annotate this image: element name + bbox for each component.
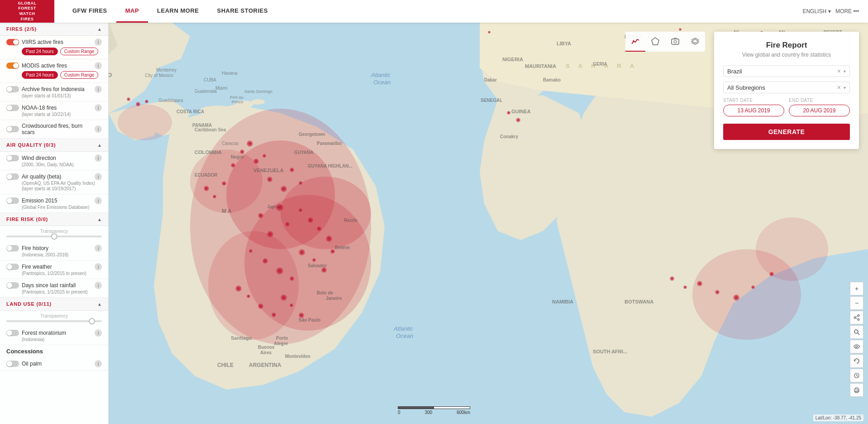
- wind-name: Wind direction: [22, 155, 92, 161]
- viirs-toggle[interactable]: [6, 39, 19, 45]
- days-rainfall-info-button[interactable]: i: [95, 282, 102, 289]
- wind-toggle[interactable]: [6, 155, 19, 161]
- svg-point-73: [858, 315, 859, 317]
- subregion-arrow-icon[interactable]: ▾: [844, 85, 846, 90]
- subregion-clear-button[interactable]: ×: [837, 84, 841, 91]
- tab-polygon[interactable]: [645, 32, 665, 52]
- refresh-button[interactable]: [850, 354, 863, 368]
- zoom-out-button[interactable]: −: [850, 296, 863, 310]
- search-map-button[interactable]: [850, 325, 863, 339]
- fire-history-info-button[interactable]: i: [95, 245, 102, 252]
- oil-palm-toggle[interactable]: [6, 361, 19, 367]
- modis-buttons: Past 24 hours Custom Range: [22, 71, 102, 79]
- days-rainfall-toggle[interactable]: [6, 282, 19, 289]
- air-quality-section-title: AIR QUALITY (0/3): [6, 142, 56, 148]
- svg-text:Alegre: Alegre: [274, 341, 288, 346]
- land-use-section-title: LAND USE (0/11): [6, 301, 52, 307]
- svg-text:Georgetown: Georgetown: [299, 132, 325, 137]
- modis-past24-button[interactable]: Past 24 hours: [22, 71, 58, 79]
- transparency-track[interactable]: [6, 236, 102, 237]
- fire-weather-layer: Fire weather i (Pantropics, 1/2/2015 to …: [0, 260, 108, 279]
- emission2015-toggle[interactable]: [6, 198, 19, 204]
- noaa18-info-button[interactable]: i: [95, 104, 102, 111]
- land-use-transparency-track[interactable]: [6, 320, 102, 322]
- archive-info-button[interactable]: i: [95, 86, 102, 93]
- generate-button[interactable]: GENERATE: [723, 124, 850, 140]
- emission2015-sublabel: (Global Fire Emissions Database): [22, 205, 102, 210]
- fire-weather-toggle[interactable]: [6, 264, 19, 270]
- svg-point-3: [251, 99, 265, 105]
- fire-weather-info-button[interactable]: i: [95, 263, 102, 270]
- nav-map[interactable]: MAP: [116, 0, 148, 23]
- print-button[interactable]: [850, 383, 863, 397]
- fire-history-toggle[interactable]: [6, 245, 19, 251]
- emission2015-name: Emission 2015: [22, 198, 92, 204]
- forest-moratorium-layer: Forest moratorium i (Indonesia): [0, 327, 108, 345]
- fire-history-name: Fire history: [22, 245, 92, 251]
- country-select[interactable]: Brazil × ▾: [723, 65, 850, 77]
- archive-toggle[interactable]: [6, 86, 19, 92]
- scale-label-300: 300: [424, 410, 432, 415]
- archive-fires-layer: Archive fires for Indonesia i (layer sta…: [0, 83, 108, 101]
- tab-chart[interactable]: [625, 32, 645, 52]
- lat-lon-display: Lat/Lon: -38.77, -41.25: [813, 414, 863, 421]
- country-arrow-icon[interactable]: ▾: [844, 69, 846, 74]
- viirs-name: VIIRS active fires: [22, 39, 92, 45]
- fires-section-header[interactable]: FIRES (2/5) ▲: [0, 23, 108, 36]
- share-button[interactable]: [850, 311, 863, 324]
- emission2015-layer: Emission 2015 i (Global Fire Emissions D…: [0, 194, 108, 213]
- more-menu[interactable]: MORE •••: [835, 8, 859, 14]
- noaa18-toggle[interactable]: [6, 105, 19, 111]
- forest-moratorium-info-button[interactable]: i: [95, 329, 102, 337]
- land-use-transparency-thumb[interactable]: [89, 318, 95, 324]
- country-clear-button[interactable]: ×: [837, 67, 841, 75]
- svg-point-78: [854, 330, 858, 333]
- wind-info-button[interactable]: i: [95, 154, 102, 162]
- tab-layers[interactable]: [665, 32, 685, 52]
- modis-info-button[interactable]: i: [95, 62, 102, 69]
- land-use-chevron-icon: ▲: [97, 302, 102, 307]
- viirs-custom-button[interactable]: Custom Range: [60, 48, 99, 55]
- crowdsourced-info-button[interactable]: i: [95, 125, 102, 133]
- crowdsourced-toggle[interactable]: [6, 126, 19, 132]
- subregion-value: All Subregions: [727, 84, 837, 91]
- fire-risk-section-header[interactable]: FIRE RISK (0/0) ▲: [0, 213, 108, 226]
- logo[interactable]: GLOBAL FOREST WATCH FIRES: [0, 0, 54, 23]
- modis-custom-button[interactable]: Custom Range: [60, 71, 99, 79]
- visibility-button[interactable]: [850, 340, 863, 353]
- modis-toggle[interactable]: [6, 63, 19, 69]
- history-button[interactable]: [850, 369, 863, 382]
- forest-moratorium-toggle[interactable]: [6, 330, 19, 336]
- start-date-input[interactable]: 13 AUG 2019: [723, 105, 784, 116]
- days-rainfall-layer: Days since last rainfall i (Pantropics, …: [0, 279, 108, 298]
- svg-text:Prince: Prince: [232, 100, 243, 104]
- start-date-block: START DATE 13 AUG 2019: [723, 98, 784, 116]
- end-date-input[interactable]: 20 AUG 2019: [789, 105, 850, 116]
- language-selector[interactable]: ENGLISH ▾: [802, 8, 831, 14]
- nav-gfw-fires[interactable]: GFW FIRES: [63, 0, 116, 23]
- air-quality-section-header[interactable]: AIR QUALITY (0/3) ▲: [0, 139, 108, 152]
- subregion-select[interactable]: All Subregions × ▾: [723, 82, 850, 93]
- fire-weather-name: Fire weather: [22, 264, 92, 270]
- airquality-toggle[interactable]: [6, 173, 19, 180]
- nav-share-stories[interactable]: SHARE STORIES: [208, 0, 277, 23]
- airquality-info-button[interactable]: i: [95, 173, 102, 180]
- fire-risk-section-title: FIRE RISK (0/0): [6, 217, 48, 222]
- fire-report-panel: Fire Report View global and country fire…: [714, 32, 859, 149]
- land-use-section-header[interactable]: LAND USE (0/11) ▲: [0, 298, 108, 311]
- emission2015-info-button[interactable]: i: [95, 197, 102, 204]
- airquality-name: Air quality (beta): [22, 173, 92, 180]
- wind-layer: Wind direction i (2000, 30m, Daily, NOAA…: [0, 152, 108, 170]
- nav-learn-more[interactable]: LEARN MORE: [148, 0, 208, 23]
- viirs-past24-button[interactable]: Past 24 hours: [22, 48, 58, 55]
- modis-layer: MODIS active fires i Past 24 hours Custo…: [0, 59, 108, 83]
- tab-stack[interactable]: [685, 32, 705, 52]
- fire-risk-transparency: Transparency: [0, 226, 108, 242]
- land-use-transparency-label: Transparency: [6, 313, 102, 318]
- fires-chevron-icon: ▲: [97, 27, 102, 32]
- transparency-thumb[interactable]: [51, 233, 57, 240]
- zoom-in-button[interactable]: +: [850, 282, 863, 295]
- noaa18-sublabel: (layer starts at 10/22/14): [22, 112, 102, 117]
- oil-palm-info-button[interactable]: i: [95, 360, 102, 367]
- viirs-info-button[interactable]: i: [95, 39, 102, 46]
